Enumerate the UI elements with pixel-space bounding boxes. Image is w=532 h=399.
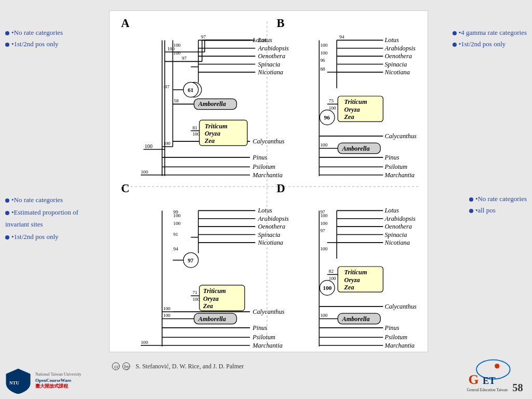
- pa-amborella: Amborella: [198, 100, 226, 108]
- pb-triticum: Triticum: [344, 98, 367, 105]
- attribution-text: S. Stefanović, D. W. Rice, and J. D. Pal…: [136, 363, 244, 370]
- cc-attribution: cc by S. Stefanović, D. W. Rice, and J. …: [112, 362, 244, 370]
- svg-text:by: by: [124, 364, 129, 369]
- pa-num-100f: 100: [192, 131, 200, 137]
- right-top-label-1: •4 gamma rate categories: [453, 29, 527, 37]
- pc-100d: 100: [174, 221, 181, 226]
- pb-num-96b: 96: [320, 58, 325, 63]
- pa-oryza: Oryza: [205, 130, 220, 137]
- pb-oryza: Oryza: [344, 106, 360, 113]
- pd-marchantia: Marchantia: [384, 342, 415, 349]
- panel-a-label: A: [121, 17, 130, 30]
- pb-100: 100: [320, 142, 327, 148]
- pd-100b: 100: [320, 213, 327, 218]
- right-top-label-2: •1st/2nd pos only: [453, 40, 527, 48]
- left-bottom-label-1: •No rate categories: [5, 195, 78, 205]
- left-top-label-1: •No rate categories: [5, 29, 63, 37]
- pa-lotus2: Lotus: [258, 36, 273, 44]
- left-bottom-labels: •No rate categories •Estimated proportio…: [5, 195, 78, 244]
- pd-node-100: 100: [323, 285, 332, 291]
- svg-text:General Education Taiwan: General Education Taiwan: [467, 388, 508, 392]
- svg-text:ET: ET: [483, 376, 496, 386]
- pb-oenothera: Oenothera: [384, 52, 412, 60]
- pd-100c: 100: [320, 221, 327, 226]
- pc-spinacia: Spinacia: [258, 231, 281, 238]
- pc-marchantia: Marchantia: [252, 342, 283, 349]
- pc-num-100: 100: [192, 297, 200, 302]
- pc-oenothera: Oenothera: [258, 223, 286, 230]
- pa-node-61b: 61: [188, 87, 194, 93]
- pb-arabidopsis: Arabidopsis: [384, 45, 416, 52]
- pa-num-97c: 97: [201, 34, 206, 39]
- pa-oenothera: Oenothera: [258, 52, 286, 60]
- pb-psilotum: Psilotum: [384, 163, 407, 170]
- pd-100: 100: [320, 313, 327, 318]
- pc-pinus: Pinus: [252, 324, 267, 331]
- pc-100b: 100: [163, 306, 170, 311]
- pb-num-88: 88: [320, 66, 325, 72]
- pd-oryza: Oryza: [344, 276, 360, 284]
- left-bottom-label-2: •Estimated proportion of: [5, 207, 78, 218]
- pd-num-97b: 97: [320, 228, 325, 233]
- get-logo: G ET General Education Taiwan 58: [464, 357, 527, 396]
- pb-num-100c: 100: [320, 50, 327, 56]
- diagram-area: A B C D 100 61 97 Lotus 100 100: [109, 10, 428, 352]
- pa-psilotum: Psilotum: [252, 163, 275, 170]
- pa-outgroup-100: 100: [141, 169, 148, 175]
- pd-pinus: Pinus: [384, 324, 399, 331]
- pd-num-100b: 100: [329, 276, 336, 281]
- pd-num-100e: 100: [320, 246, 327, 251]
- pd-amborella: Amborella: [341, 315, 369, 323]
- right-bottom-label-2: •all pos: [469, 206, 527, 215]
- ntu-logo: NTU National Taiwan University OpenCours…: [5, 368, 82, 394]
- pb-calycanthus: Calycanthus: [384, 132, 417, 140]
- left-bottom-label-4: •1st/2nd pos only: [5, 232, 78, 242]
- svg-text:NTU: NTU: [9, 380, 20, 385]
- pa-zea: Zea: [204, 137, 215, 144]
- pc-nicotiana: Nicotiana: [258, 239, 283, 246]
- pc-node-97: 97: [188, 257, 194, 263]
- pc-num-71: 71: [192, 290, 197, 295]
- pd-num-82: 82: [329, 269, 334, 274]
- left-top-labels: •No rate categories •1st/2nd pos only: [5, 29, 63, 51]
- pd-triticum: Triticum: [344, 269, 367, 276]
- panel-d-label: D: [276, 182, 285, 195]
- pa-num-97b: -97: [163, 84, 170, 89]
- right-bottom-labels: •No rate categories •all pos: [469, 195, 527, 218]
- pa-calycanthus: Calycanthus: [252, 138, 285, 145]
- pc-num-91: 91: [174, 232, 179, 237]
- pa-num-81: 81: [192, 125, 197, 130]
- pa-pinus: Pinus: [252, 154, 267, 161]
- pa-marchantia: Marchantia: [252, 171, 283, 179]
- pd-oenothera: Oenothera: [384, 223, 412, 230]
- pb-node-96: 96: [324, 114, 330, 121]
- pc-amborella: Amborella: [198, 315, 226, 323]
- pa-num-97: 97: [182, 56, 187, 61]
- pa-num-100d: 100: [174, 43, 181, 48]
- right-bottom-label-1: •No rate categories: [469, 195, 527, 203]
- pc-100: 100: [163, 313, 170, 318]
- pc-psilotum: Psilotum: [252, 334, 275, 341]
- ntu-text: National Taiwan University OpenCourseWar…: [35, 372, 82, 390]
- pd-nicotiana: Nicotiana: [384, 239, 409, 246]
- pb-nicotiana: Nicotiana: [384, 69, 409, 76]
- left-top-label-2: •1st/2nd pos only: [5, 40, 63, 48]
- pc-oryza: Oryza: [203, 295, 219, 302]
- pc-num-94: 94: [174, 246, 179, 251]
- pd-zea: Zea: [344, 284, 354, 291]
- pc-outgroup-100: 100: [141, 340, 148, 345]
- panel-c-label: C: [121, 182, 129, 195]
- pd-lotus: Lotus: [384, 207, 399, 214]
- svg-point-95: [495, 364, 499, 368]
- pb-num-94: 94: [339, 34, 344, 39]
- svg-text:cc: cc: [114, 364, 119, 369]
- pa-num-100: 100: [144, 143, 152, 149]
- pa-num-58: 58: [174, 98, 179, 103]
- pd-arabidopsis: Arabidopsis: [384, 215, 416, 222]
- pd-calycanthus: Calycanthus: [384, 303, 417, 310]
- pa-triticum: Triticum: [205, 123, 228, 130]
- pc-lotus: Lotus: [258, 207, 273, 214]
- pc-100c: 100: [174, 213, 181, 218]
- pd-spinacia: Spinacia: [384, 231, 407, 238]
- pa-nicotiana: Nicotiana: [258, 69, 283, 76]
